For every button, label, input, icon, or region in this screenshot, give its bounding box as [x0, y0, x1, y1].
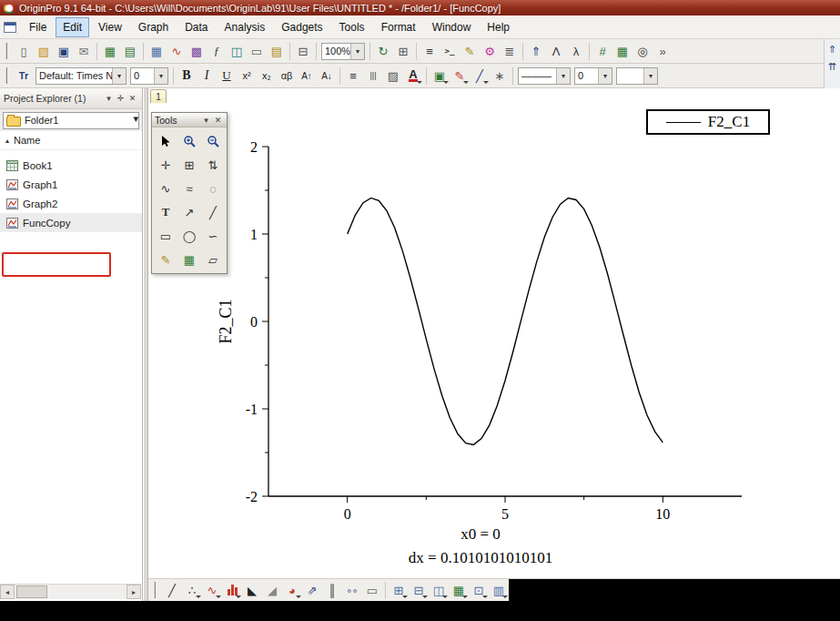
legend[interactable]: F2_C1 [646, 109, 770, 135]
menu-help[interactable]: Help [480, 17, 517, 37]
bold-button[interactable]: B [177, 66, 197, 86]
panel-menu-icon[interactable]: ▾ [200, 114, 212, 126]
scroll-left-icon[interactable]: ◂ [0, 585, 15, 599]
line-style-combo[interactable]: ——— ▾ [518, 67, 571, 85]
email-icon[interactable]: ✉ [74, 41, 94, 61]
pie-chart-icon[interactable]: ◕ [282, 580, 302, 600]
chevron-down-icon[interactable]: ▾ [112, 68, 126, 84]
pattern-button[interactable]: ∗ [490, 66, 510, 86]
print-icon[interactable]: ⊟ [293, 41, 313, 61]
layers-icon[interactable]: ≣ [500, 41, 520, 61]
subscript-button[interactable]: x₂ [257, 66, 277, 86]
toolbar-grip[interactable] [5, 43, 11, 59]
arrow-tool[interactable]: ↗ [177, 200, 201, 224]
tree-item-graph2[interactable]: Graph2 [0, 194, 142, 213]
chevron-down-icon[interactable]: ▾ [556, 68, 570, 84]
new-matrix-icon[interactable]: ▩ [187, 41, 207, 61]
plot-area[interactable]: 0510-2-1012F2_C1x0 = 0dx = 0.10101010101… [217, 125, 763, 571]
format-style-icon[interactable]: Tr [14, 66, 34, 86]
chevron-down-icon[interactable]: ▾ [154, 68, 167, 84]
rectangle-tool[interactable]: ▭ [154, 224, 177, 248]
font-combo[interactable]: Default: Times N ▾ [35, 67, 127, 85]
command-window-icon[interactable]: >_ [440, 41, 460, 61]
line-plot-icon[interactable]: ╱ [162, 580, 182, 600]
extract-region-tool[interactable]: ▱ [201, 248, 225, 271]
worksheet-icon[interactable]: ▦ [612, 41, 633, 61]
area-plot-icon[interactable]: ◣ [242, 580, 262, 600]
tree-item-book1[interactable]: Book1 [0, 156, 142, 175]
graph-template-icon-6[interactable]: ▥ [489, 580, 509, 600]
pointer-tool[interactable] [154, 129, 177, 153]
new-layout-icon[interactable]: ▭ [247, 41, 267, 61]
underline-button[interactable]: U [217, 66, 237, 86]
new-graph-icon[interactable]: ∿ [167, 41, 187, 61]
template-plot-icon[interactable]: ▭ [362, 580, 382, 600]
fit-linear-icon[interactable]: Λ [546, 41, 566, 61]
hatch-pattern-icon[interactable]: ▨ [383, 66, 403, 86]
close-icon[interactable]: ✕ [127, 93, 138, 105]
chevron-down-icon[interactable]: ▾ [598, 68, 612, 84]
menu-graph[interactable]: Graph [131, 17, 176, 37]
open-icon[interactable]: ▧ [34, 41, 54, 61]
new-notes-icon[interactable]: ▤ [267, 41, 287, 61]
data-selector-tool[interactable]: ⇅ [201, 153, 225, 177]
child-window-icon[interactable] [4, 22, 16, 33]
graph-template-icon-5[interactable]: ⊡ [469, 580, 489, 600]
zoom-in-tool[interactable] [177, 129, 201, 153]
folder-combo[interactable]: Folder1 ▾ [3, 112, 139, 129]
gear-icon[interactable]: ⚙ [480, 41, 500, 61]
freehand-tool[interactable]: ∽ [201, 224, 225, 248]
align-icon[interactable]: ≡ [343, 66, 363, 86]
panel-menu-icon[interactable]: ▾ [103, 93, 115, 105]
line-width-combo[interactable]: 0 ▾ [574, 67, 612, 85]
tree-item-funccopy[interactable]: FuncCopy [0, 213, 142, 232]
chevron-down-icon[interactable]: ▾ [350, 44, 364, 59]
menu-tools[interactable]: Tools [332, 17, 372, 37]
menu-file[interactable]: File [22, 17, 54, 37]
graph-template-icon-2[interactable]: ⊟ [409, 580, 429, 600]
screen-reader-tool[interactable]: ✛ [154, 153, 177, 177]
line-symbol-plot-icon[interactable]: ∿ [202, 580, 222, 600]
superscript-button[interactable]: x² [237, 66, 257, 86]
distribute-icon[interactable]: ||| [363, 66, 383, 86]
toolbar-grip[interactable] [5, 67, 11, 84]
snap-to-grid-icon[interactable]: # [592, 41, 612, 61]
font-size-combo[interactable]: 0 ▾ [130, 67, 168, 85]
data-reader-tool[interactable]: ⊞ [177, 153, 201, 177]
bubble-plot-icon[interactable]: ∘∘ [342, 580, 362, 600]
import-ascii-icon[interactable]: ▤ [120, 41, 140, 61]
font-color-button[interactable]: A [403, 66, 423, 86]
magnifier-icon[interactable]: ◎ [633, 41, 653, 61]
line-tool[interactable]: ╱ [201, 200, 225, 224]
new-3d-graph-icon[interactable]: ◫ [227, 41, 247, 61]
greek-button[interactable]: αβ [277, 66, 297, 86]
graph-template-icon-3[interactable]: ◫ [429, 580, 449, 600]
zoom-combo[interactable]: 100% ▾ [321, 43, 365, 60]
increase-font-button[interactable]: A↑ [297, 66, 317, 86]
draw-data-tool[interactable]: ✎ [154, 248, 177, 271]
dock-up-double-icon[interactable]: ⇈ [825, 59, 840, 74]
dock-up-icon[interactable]: ⇑ [526, 41, 546, 61]
script-window-icon[interactable]: ≡ [420, 41, 440, 61]
menu-view[interactable]: View [91, 17, 129, 37]
circle-tool[interactable]: ◯ [177, 224, 201, 248]
stock-plot-icon[interactable]: ║ [322, 580, 342, 600]
toolbar-grip[interactable] [154, 582, 159, 598]
graph-template-icon-1[interactable]: ⊞ [389, 580, 409, 600]
tools-palette-titlebar[interactable]: Tools ▾ ✕ [152, 113, 227, 127]
import-wizard-icon[interactable]: ▦ [100, 41, 120, 61]
pin-icon[interactable]: ✛ [115, 93, 127, 105]
menu-data[interactable]: Data [177, 17, 215, 37]
scatter-plot-icon[interactable]: ∴ [182, 580, 202, 600]
text-tool[interactable]: T [154, 200, 177, 224]
mask-region-tool[interactable]: ◌ [201, 177, 225, 200]
tree-header[interactable]: ▴ Name [0, 131, 142, 150]
chevron-down-icon[interactable]: ▾ [643, 68, 657, 84]
column-plot-icon[interactable] [222, 580, 242, 600]
zoom-out-tool[interactable] [201, 129, 225, 153]
tree-expand-icon[interactable]: ▴ [5, 137, 9, 145]
title-bar[interactable]: OriginPro 9.1 64-bit - C:\Users\Will\Doc… [0, 0, 840, 15]
vector-plot-icon[interactable]: ⇗ [302, 580, 322, 600]
fit-sigmoidal-icon[interactable]: λ [566, 41, 586, 61]
menu-format[interactable]: Format [374, 17, 423, 37]
